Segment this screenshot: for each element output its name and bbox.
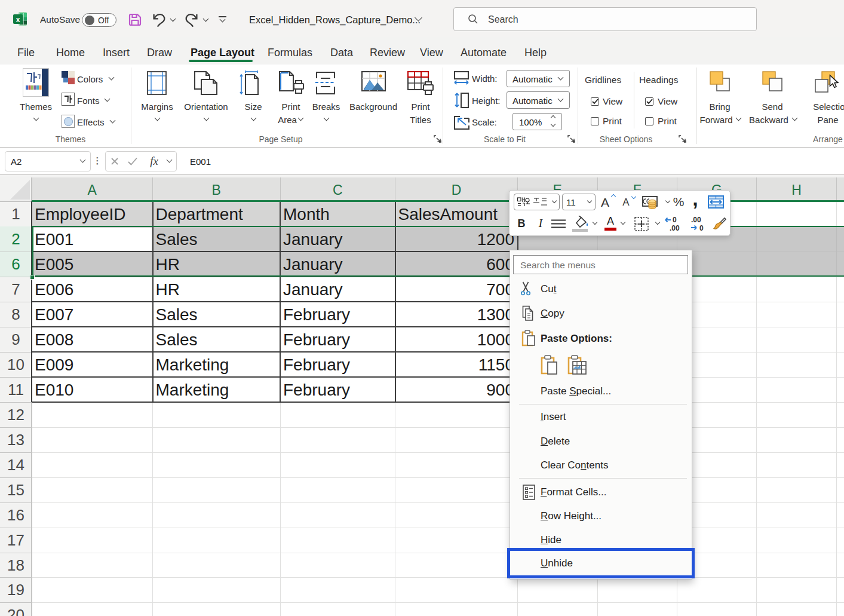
svg-text:.00: .00 <box>691 216 701 224</box>
svg-text:.00: .00 <box>670 224 680 232</box>
svg-text:x: x <box>16 16 20 24</box>
svg-text:0: 0 <box>673 216 677 224</box>
svg-text:0: 0 <box>699 224 704 232</box>
